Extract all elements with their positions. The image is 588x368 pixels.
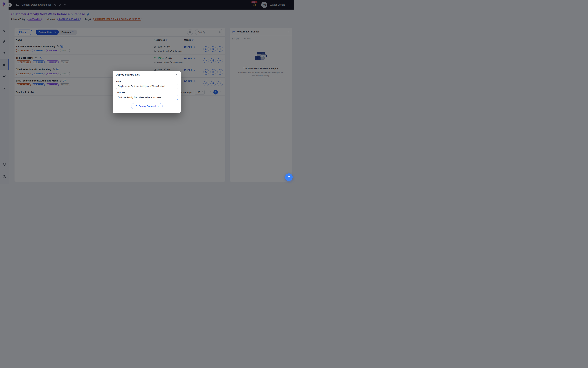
use-case-value: Customer Activity Next Week before a pur… (118, 96, 174, 99)
rocket-icon (134, 105, 137, 108)
help-button[interactable]: ? (285, 173, 293, 181)
name-field-label: Name (116, 80, 178, 83)
close-icon (175, 73, 178, 76)
name-input[interactable] (116, 84, 178, 89)
deploy-feature-list-button[interactable]: Deploy Feature List (131, 103, 162, 109)
use-case-clear-button[interactable] (174, 96, 176, 99)
use-case-select[interactable]: Customer Activity Next Week before a pur… (116, 95, 178, 100)
use-case-field-label: Use Case (116, 91, 178, 94)
modal-close-button[interactable] (175, 73, 178, 76)
close-icon (174, 96, 176, 99)
deploy-button-label: Deploy Feature List (139, 105, 159, 108)
deploy-feature-list-modal: Deploy Feature List Name Use Case Custom… (113, 71, 181, 113)
modal-title: Deploy Feature List (116, 73, 175, 76)
